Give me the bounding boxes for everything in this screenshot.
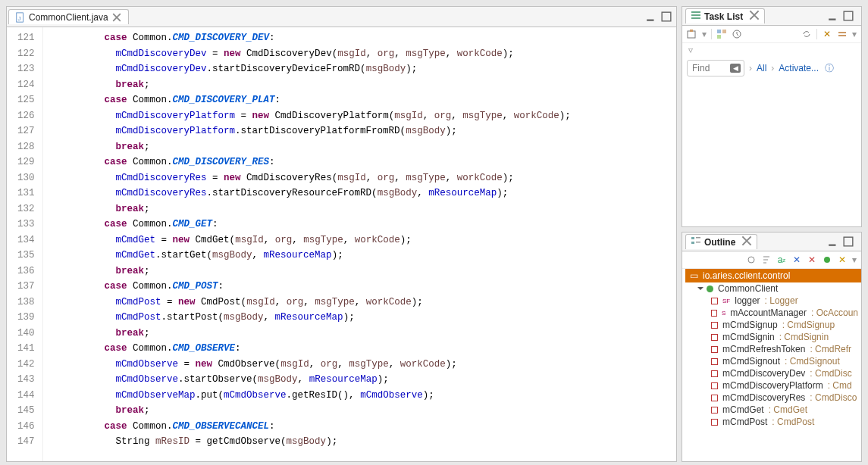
svg-text:J: J (18, 14, 21, 21)
code-line: mCmdDiscoveryRes = new CmdDiscoveryRes(m… (48, 170, 672, 186)
svg-rect-14 (691, 237, 694, 239)
outline-panel: Outline az ✕ ✕ ✕ ▾ ▭ (682, 232, 862, 462)
outline-toolbar: az ✕ ✕ ✕ ▾ (682, 251, 861, 269)
outline-class[interactable]: CommonClient (685, 282, 861, 295)
close-icon[interactable] (749, 10, 760, 23)
code-line: mCmdPost = new CmdPost(msgId, org, msgTy… (48, 295, 672, 311)
tasklist-filter-all[interactable]: All (757, 63, 766, 73)
svg-point-20 (748, 257, 754, 263)
outline-member[interactable]: mCmdSignin : CmdSignin (685, 331, 861, 343)
code-area[interactable]: case Common.CMD_DISCOVERY_DEV: mCmdDisco… (43, 27, 676, 461)
maximize-icon[interactable] (843, 236, 854, 247)
outline-title: Outline (704, 237, 735, 248)
outline-member[interactable]: mCmdSignup : CmdSignup (685, 319, 861, 331)
svg-rect-9 (688, 31, 695, 38)
code-line: case Common.CMD_DISCOVERY_RES: (48, 154, 672, 170)
hide-local-icon[interactable]: ✕ (837, 254, 848, 265)
new-task-icon[interactable] (687, 29, 697, 39)
schedule-icon[interactable] (732, 29, 742, 39)
tasklist-tab[interactable]: Task List (685, 8, 765, 23)
field-icon (711, 419, 718, 426)
info-icon[interactable]: ⓘ (825, 62, 834, 75)
outline-member[interactable]: mCmdSignout : CmdSignout (685, 355, 861, 367)
outline-tab[interactable]: Outline (685, 234, 757, 249)
close-icon[interactable] (741, 236, 752, 248)
clear-icon[interactable]: ◀ (730, 64, 741, 73)
hide-static-icon[interactable]: ✕ (807, 254, 817, 265)
find-input[interactable] (691, 62, 727, 74)
field-icon (711, 358, 718, 365)
outline-member[interactable]: SmAccountManager : OcAccoun (685, 307, 861, 319)
code-line: break; (48, 201, 672, 217)
code-line: mCmdDiscoveryRes.startDiscoveryResourceF… (48, 186, 672, 201)
maximize-icon[interactable] (661, 11, 672, 22)
view-menu-icon[interactable]: ▾ (852, 29, 857, 39)
code-line: mCmdDiscoveryDev.startDiscoveryDeviceFro… (48, 61, 672, 77)
class-icon (707, 286, 713, 292)
code-line: mCmdDiscoveryPlatform = new CmdDiscovery… (48, 108, 672, 124)
svg-rect-10 (717, 30, 721, 33)
minimize-icon[interactable] (828, 236, 838, 247)
code-line: mCmdGet.startGet(msgBody, mResourceMap); (48, 248, 672, 264)
field-icon (711, 334, 718, 341)
maximize-icon[interactable] (843, 11, 854, 21)
field-icon (711, 310, 717, 317)
code-line: String mResID = getCmdObserve(msgBody); (48, 434, 672, 450)
outline-member[interactable]: mCmdGet : CmdGet (685, 404, 861, 416)
svg-rect-19 (844, 237, 853, 246)
svg-rect-16 (691, 242, 694, 244)
close-icon[interactable] (111, 12, 122, 23)
field-icon (711, 346, 718, 353)
outline-member[interactable]: SFlogger : Logger (685, 295, 861, 307)
outline-member[interactable]: mCmdRefreshToken : CmdRefr (685, 343, 861, 355)
code-line: break; (48, 264, 672, 279)
expand-icon[interactable] (697, 287, 703, 290)
hide-fields-icon[interactable]: ✕ (791, 254, 802, 265)
outline-member[interactable]: mCmdDiscoveryPlatform : Cmd (685, 379, 861, 392)
chevron-down-icon[interactable]: ▿ (682, 43, 861, 57)
tasklist-toolbar: ▾ ✕ ▾ (682, 26, 861, 43)
code-line: mCmdObserveMap.put(mCmdObserve.getResID(… (48, 388, 672, 404)
outline-member[interactable]: mCmdDiscoveryRes : CmdDisco (685, 392, 861, 404)
svg-rect-11 (722, 30, 726, 33)
hide-nonpublic-icon[interactable] (822, 254, 832, 265)
svg-rect-4 (691, 11, 700, 13)
minimize-icon[interactable] (828, 11, 838, 21)
java-file-icon: J (15, 12, 26, 23)
tasklist-title: Task List (704, 11, 743, 22)
package-icon: ▭ (690, 270, 698, 281)
tasklist-find-row: ◀ › All › Activate... ⓘ (682, 57, 861, 80)
collapse-icon[interactable] (837, 29, 848, 39)
tasklist-body (682, 80, 861, 226)
editor-tab-commonclient[interactable]: J CommonClient.java (8, 9, 129, 24)
hide-icon[interactable]: ✕ (822, 29, 832, 39)
svg-rect-12 (717, 35, 721, 39)
dropdown-arrow-icon[interactable]: ▾ (702, 29, 707, 39)
svg-rect-7 (829, 19, 835, 20)
editor-panel: J CommonClient.java 12112212312412512612… (6, 6, 677, 462)
field-icon (711, 298, 718, 304)
categorize-icon[interactable] (716, 29, 727, 39)
tasklist-activate-link[interactable]: Activate... (779, 63, 819, 73)
field-icon (711, 370, 718, 377)
code-line: mCmdObserve.startObserve(msgBody, mResou… (48, 372, 672, 388)
sort-az-icon[interactable]: az (776, 254, 787, 265)
tasklist-panel: Task List ▾ ✕ (682, 6, 862, 227)
outline-package[interactable]: ▭io.aries.cclient.control (685, 269, 861, 282)
code-line: mCmdObserve = new CmdObserve(msgId, org,… (48, 357, 672, 373)
svg-rect-8 (844, 11, 853, 20)
editor-body[interactable]: 1211221231241251261271281291301311321331… (7, 27, 676, 461)
sync-icon[interactable] (801, 29, 812, 39)
view-menu-icon[interactable]: ▾ (852, 254, 857, 265)
sort-icon[interactable] (761, 254, 772, 265)
code-line: mCmdGet = new CmdGet(msgId, org, msgType… (48, 232, 672, 248)
minimize-icon[interactable] (646, 11, 656, 22)
svg-rect-2 (647, 20, 653, 21)
tasklist-find-box[interactable]: ◀ (687, 60, 744, 76)
code-line: break; (48, 403, 672, 419)
editor-tabbar: J CommonClient.java (7, 7, 676, 27)
focus-icon[interactable] (746, 254, 757, 265)
outline-tree[interactable]: ▭io.aries.cclient.controlCommonClientSFl… (682, 269, 861, 461)
outline-member[interactable]: mCmdPost : CmdPost (685, 416, 861, 428)
outline-member[interactable]: mCmdDiscoveryDev : CmdDisc (685, 367, 861, 379)
